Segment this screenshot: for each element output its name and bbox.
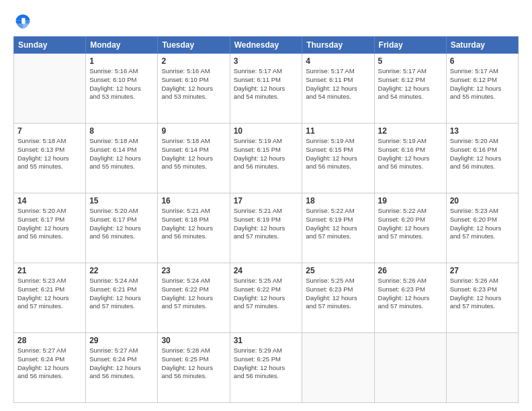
day-info: Sunrise: 5:18 AMSunset: 6:13 PMDaylight:…	[17, 137, 82, 171]
day-number: 12	[378, 126, 443, 136]
day-info: Sunrise: 5:23 AMSunset: 6:21 PMDaylight:…	[17, 277, 82, 311]
day-cell	[374, 333, 446, 403]
weekday-sunday: Sunday	[14, 37, 86, 54]
weekday-monday: Monday	[86, 37, 158, 54]
weekday-wednesday: Wednesday	[230, 37, 302, 54]
day-info: Sunrise: 5:19 AMSunset: 6:15 PMDaylight:…	[234, 137, 299, 171]
day-cell: 3Sunrise: 5:17 AMSunset: 6:11 PMDaylight…	[230, 54, 302, 124]
day-cell: 21Sunrise: 5:23 AMSunset: 6:21 PMDayligh…	[14, 263, 86, 333]
day-cell: 14Sunrise: 5:20 AMSunset: 6:17 PMDayligh…	[14, 193, 86, 263]
day-number: 24	[234, 266, 299, 275]
day-cell: 4Sunrise: 5:17 AMSunset: 6:11 PMDaylight…	[302, 54, 374, 124]
day-info: Sunrise: 5:20 AMSunset: 6:17 PMDaylight:…	[17, 207, 82, 241]
day-number: 8	[89, 126, 154, 136]
day-number: 7	[17, 126, 82, 136]
day-cell: 15Sunrise: 5:20 AMSunset: 6:17 PMDayligh…	[86, 193, 158, 263]
day-cell: 27Sunrise: 5:26 AMSunset: 6:23 PMDayligh…	[446, 263, 518, 333]
calendar: SundayMondayTuesdayWednesdayThursdayFrid…	[13, 36, 519, 403]
day-number: 14	[17, 196, 82, 205]
day-number: 2	[161, 56, 226, 66]
day-info: Sunrise: 5:24 AMSunset: 6:21 PMDaylight:…	[89, 277, 154, 311]
day-cell: 13Sunrise: 5:20 AMSunset: 6:16 PMDayligh…	[446, 124, 518, 193]
day-number: 16	[161, 196, 226, 205]
day-cell	[302, 333, 374, 403]
day-cell: 18Sunrise: 5:22 AMSunset: 6:19 PMDayligh…	[302, 193, 374, 263]
day-info: Sunrise: 5:25 AMSunset: 6:22 PMDaylight:…	[234, 277, 299, 311]
weekday-saturday: Saturday	[446, 37, 518, 54]
week-row-2: 14Sunrise: 5:20 AMSunset: 6:17 PMDayligh…	[14, 193, 519, 263]
day-number: 22	[89, 266, 154, 275]
day-cell: 29Sunrise: 5:27 AMSunset: 6:24 PMDayligh…	[86, 333, 158, 403]
day-info: Sunrise: 5:19 AMSunset: 6:15 PMDaylight:…	[306, 137, 370, 171]
weekday-header-row: SundayMondayTuesdayWednesdayThursdayFrid…	[14, 37, 519, 54]
day-info: Sunrise: 5:16 AMSunset: 6:10 PMDaylight:…	[161, 67, 226, 101]
day-number: 21	[17, 266, 82, 275]
day-info: Sunrise: 5:22 AMSunset: 6:20 PMDaylight:…	[378, 207, 443, 241]
week-row-1: 7Sunrise: 5:18 AMSunset: 6:13 PMDaylight…	[14, 124, 519, 193]
day-info: Sunrise: 5:21 AMSunset: 6:18 PMDaylight:…	[161, 207, 226, 241]
day-info: Sunrise: 5:29 AMSunset: 6:25 PMDaylight:…	[234, 347, 299, 381]
day-cell: 23Sunrise: 5:24 AMSunset: 6:22 PMDayligh…	[158, 263, 230, 333]
day-number: 25	[306, 266, 370, 275]
weekday-thursday: Thursday	[302, 37, 374, 54]
day-info: Sunrise: 5:28 AMSunset: 6:25 PMDaylight:…	[161, 347, 226, 381]
day-cell: 25Sunrise: 5:25 AMSunset: 6:23 PMDayligh…	[302, 263, 374, 333]
day-info: Sunrise: 5:19 AMSunset: 6:16 PMDaylight:…	[378, 137, 443, 171]
day-number: 15	[89, 196, 154, 205]
day-cell: 8Sunrise: 5:18 AMSunset: 6:14 PMDaylight…	[86, 124, 158, 193]
day-cell: 30Sunrise: 5:28 AMSunset: 6:25 PMDayligh…	[158, 333, 230, 403]
day-number: 1	[89, 56, 154, 66]
day-number: 27	[450, 266, 515, 275]
day-cell: 17Sunrise: 5:21 AMSunset: 6:19 PMDayligh…	[230, 193, 302, 263]
day-info: Sunrise: 5:27 AMSunset: 6:24 PMDaylight:…	[89, 347, 154, 381]
day-info: Sunrise: 5:17 AMSunset: 6:11 PMDaylight:…	[234, 67, 299, 101]
day-info: Sunrise: 5:18 AMSunset: 6:14 PMDaylight:…	[161, 137, 226, 171]
week-row-3: 21Sunrise: 5:23 AMSunset: 6:21 PMDayligh…	[14, 263, 519, 333]
day-number: 20	[450, 196, 515, 205]
day-cell: 12Sunrise: 5:19 AMSunset: 6:16 PMDayligh…	[374, 124, 446, 193]
day-number: 9	[161, 126, 226, 136]
day-info: Sunrise: 5:27 AMSunset: 6:24 PMDaylight:…	[17, 347, 82, 381]
day-cell: 11Sunrise: 5:19 AMSunset: 6:15 PMDayligh…	[302, 124, 374, 193]
day-cell: 9Sunrise: 5:18 AMSunset: 6:14 PMDaylight…	[158, 124, 230, 193]
day-cell	[14, 54, 86, 124]
day-number: 31	[234, 336, 299, 345]
day-info: Sunrise: 5:17 AMSunset: 6:12 PMDaylight:…	[378, 67, 443, 101]
day-number: 28	[17, 336, 82, 345]
day-info: Sunrise: 5:20 AMSunset: 6:17 PMDaylight:…	[89, 207, 154, 241]
day-info: Sunrise: 5:16 AMSunset: 6:10 PMDaylight:…	[89, 67, 154, 101]
day-info: Sunrise: 5:17 AMSunset: 6:11 PMDaylight:…	[306, 67, 370, 101]
day-cell: 26Sunrise: 5:26 AMSunset: 6:23 PMDayligh…	[374, 263, 446, 333]
day-cell: 20Sunrise: 5:23 AMSunset: 6:20 PMDayligh…	[446, 193, 518, 263]
logo-icon	[13, 12, 32, 31]
day-info: Sunrise: 5:25 AMSunset: 6:23 PMDaylight:…	[306, 277, 370, 311]
day-info: Sunrise: 5:24 AMSunset: 6:22 PMDaylight:…	[161, 277, 226, 311]
day-number: 19	[378, 196, 443, 205]
day-info: Sunrise: 5:23 AMSunset: 6:20 PMDaylight:…	[450, 207, 515, 241]
header	[13, 12, 519, 31]
day-cell: 31Sunrise: 5:29 AMSunset: 6:25 PMDayligh…	[230, 333, 302, 403]
day-number: 11	[306, 126, 370, 136]
day-number: 29	[89, 336, 154, 345]
day-cell: 24Sunrise: 5:25 AMSunset: 6:22 PMDayligh…	[230, 263, 302, 333]
day-cell: 1Sunrise: 5:16 AMSunset: 6:10 PMDaylight…	[86, 54, 158, 124]
day-cell: 10Sunrise: 5:19 AMSunset: 6:15 PMDayligh…	[230, 124, 302, 193]
day-info: Sunrise: 5:26 AMSunset: 6:23 PMDaylight:…	[450, 277, 515, 311]
day-info: Sunrise: 5:26 AMSunset: 6:23 PMDaylight:…	[378, 277, 443, 311]
day-cell: 22Sunrise: 5:24 AMSunset: 6:21 PMDayligh…	[86, 263, 158, 333]
day-number: 10	[234, 126, 299, 136]
weekday-friday: Friday	[374, 37, 446, 54]
day-number: 30	[161, 336, 226, 345]
day-cell: 19Sunrise: 5:22 AMSunset: 6:20 PMDayligh…	[374, 193, 446, 263]
day-number: 6	[450, 56, 515, 66]
day-info: Sunrise: 5:21 AMSunset: 6:19 PMDaylight:…	[234, 207, 299, 241]
day-cell: 5Sunrise: 5:17 AMSunset: 6:12 PMDaylight…	[374, 54, 446, 124]
day-cell: 7Sunrise: 5:18 AMSunset: 6:13 PMDaylight…	[14, 124, 86, 193]
day-number: 17	[234, 196, 299, 205]
day-info: Sunrise: 5:18 AMSunset: 6:14 PMDaylight:…	[89, 137, 154, 171]
weekday-tuesday: Tuesday	[158, 37, 230, 54]
week-row-0: 1Sunrise: 5:16 AMSunset: 6:10 PMDaylight…	[14, 54, 519, 124]
day-cell: 6Sunrise: 5:17 AMSunset: 6:12 PMDaylight…	[446, 54, 518, 124]
day-info: Sunrise: 5:22 AMSunset: 6:19 PMDaylight:…	[306, 207, 370, 241]
day-number: 3	[234, 56, 299, 66]
